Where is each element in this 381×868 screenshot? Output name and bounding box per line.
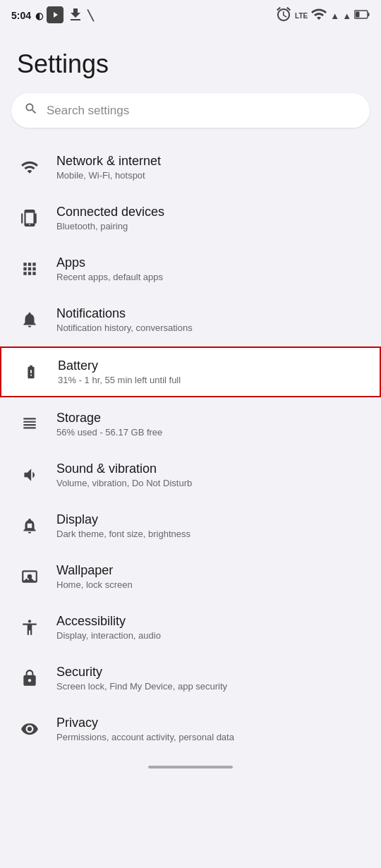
status-time: 5:04 (11, 10, 31, 21)
item-title-display: Display (56, 512, 190, 527)
lte-icon: LTE (295, 12, 308, 20)
item-title-network: Network & internet (56, 154, 161, 169)
item-title-accessibility: Accessibility (56, 614, 161, 629)
item-subtitle-network: Mobile, Wi-Fi, hotspot (56, 170, 161, 181)
settings-item-apps[interactable]: Apps Recent apps, default apps (0, 243, 381, 294)
settings-item-connected[interactable]: Connected devices Bluetooth, pairing (0, 193, 381, 243)
search-bar[interactable]: Search settings (11, 93, 370, 128)
settings-item-accessibility[interactable]: Accessibility Display, interaction, audi… (0, 602, 381, 653)
item-title-security: Security (56, 665, 227, 680)
settings-item-wallpaper[interactable]: Wallpaper Home, lock screen (0, 551, 381, 602)
apps-icon (17, 256, 42, 282)
svg-rect-2 (356, 12, 360, 18)
settings-item-privacy[interactable]: Privacy Permissions, account activity, p… (0, 704, 381, 754)
item-subtitle-battery: 31% - 1 hr, 55 min left until full (58, 375, 181, 385)
settings-item-sound[interactable]: Sound & vibration Volume, vibration, Do … (0, 450, 381, 500)
storage-icon (17, 411, 42, 437)
settings-list: Network & internet Mobile, Wi-Fi, hotspo… (0, 139, 381, 757)
privacy-icon (17, 716, 42, 742)
slash-icon: ╲ (87, 10, 93, 21)
bottom-nav (0, 757, 381, 774)
search-input[interactable]: Search settings (47, 104, 129, 118)
item-subtitle-display: Dark theme, font size, brightness (56, 529, 190, 539)
status-bar: 5:04 ◐ ╲ LTE (0, 0, 381, 28)
battery-icon (18, 359, 44, 385)
alarm-icon (275, 6, 292, 25)
youtube-icon (47, 6, 64, 25)
item-subtitle-apps: Recent apps, default apps (56, 272, 163, 282)
search-icon (24, 102, 38, 119)
signal-bars-icon: ▲ (330, 11, 339, 21)
battery-status-icon (354, 9, 370, 22)
accessibility-icon (17, 615, 42, 640)
item-title-sound: Sound & vibration (56, 462, 192, 476)
item-title-apps: Apps (56, 255, 163, 270)
wifi-signal-icon: ▲ (342, 11, 351, 21)
item-title-connected: Connected devices (56, 205, 164, 219)
nav-handle (148, 766, 233, 768)
item-subtitle-accessibility: Display, interaction, audio (56, 630, 161, 641)
item-title-privacy: Privacy (56, 716, 234, 730)
settings-item-battery[interactable]: Battery 31% - 1 hr, 55 min left until fu… (0, 346, 381, 397)
settings-item-notifications[interactable]: Notifications Notification history, conv… (0, 294, 381, 345)
item-subtitle-sound: Volume, vibration, Do Not Disturb (56, 478, 192, 488)
item-title-battery: Battery (58, 358, 181, 373)
wifi-calling-icon (310, 6, 327, 25)
item-title-storage: Storage (56, 411, 162, 426)
item-subtitle-connected: Bluetooth, pairing (56, 221, 164, 231)
devices-icon (17, 205, 42, 231)
display-icon (17, 513, 42, 538)
item-subtitle-privacy: Permissions, account activity, personal … (56, 732, 234, 742)
item-subtitle-wallpaper: Home, lock screen (56, 579, 133, 590)
settings-item-storage[interactable]: Storage 56% used - 56.17 GB free (0, 399, 381, 450)
settings-item-network[interactable]: Network & internet Mobile, Wi-Fi, hotspo… (0, 142, 381, 193)
svg-rect-1 (368, 13, 370, 16)
item-title-notifications: Notifications (56, 306, 193, 321)
page-title: Settings (17, 49, 364, 79)
item-subtitle-security: Screen lock, Find My Device, app securit… (56, 681, 227, 692)
bell-icon (17, 307, 42, 332)
wifi-icon (17, 155, 42, 180)
radio-icon: ◐ (35, 11, 43, 21)
sound-icon (17, 462, 42, 488)
item-title-wallpaper: Wallpaper (56, 563, 133, 578)
settings-item-security[interactable]: Security Screen lock, Find My Device, ap… (0, 653, 381, 704)
item-subtitle-notifications: Notification history, conversations (56, 323, 193, 333)
item-subtitle-storage: 56% used - 56.17 GB free (56, 427, 162, 438)
download-icon (67, 6, 84, 25)
security-icon (17, 665, 42, 691)
search-container: Search settings (0, 90, 381, 139)
settings-item-display[interactable]: Display Dark theme, font size, brightnes… (0, 500, 381, 551)
wallpaper-icon (17, 564, 42, 589)
